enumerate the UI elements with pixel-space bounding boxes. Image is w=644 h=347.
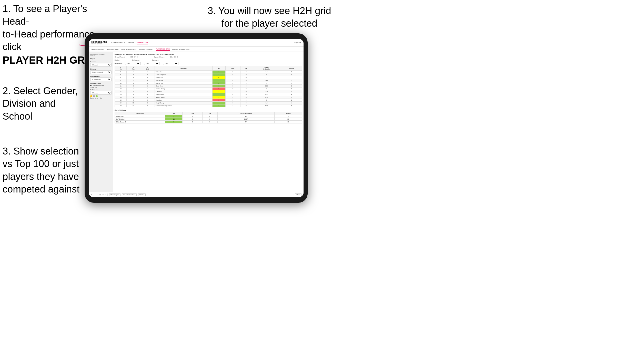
player-rank-select[interactable]: 8. Katelyn Vo <box>90 78 112 81</box>
sub-nav-team-h2h-grid[interactable]: TEAM H2H GRID <box>106 48 118 51</box>
cell-reg: 8 <box>127 93 140 96</box>
cell-win: 1 <box>212 93 225 96</box>
cell-win: 1 <box>212 79 225 82</box>
sidebar-division-section: Division NCAA Division III <box>90 68 112 74</box>
cell-tie: 0 <box>240 79 252 82</box>
radio-top100[interactable]: Top 100 <box>90 86 112 88</box>
ood-cell-name: Foreign Team <box>115 115 165 118</box>
col-div: #Div <box>115 66 127 71</box>
cell-win: 0 <box>212 76 225 79</box>
cell-rounds <box>281 76 302 79</box>
radio-opponents-played[interactable]: Opponents Played <box>90 85 112 86</box>
cell-conf: 3 <box>140 82 155 85</box>
cell-loss: 0 <box>225 79 240 82</box>
cell-tie: 0 <box>240 93 252 96</box>
opp-select[interactable]: (All) <box>163 62 178 65</box>
cell-loss: 2 <box>225 90 240 93</box>
toolbar-save-custom[interactable]: Save Custom View <box>122 193 136 196</box>
records-row: Overall Record: 353 - 34 - 6 Division Re… <box>115 56 302 58</box>
step2-line3: School <box>3 111 32 122</box>
cell-name: Stella Cheng <box>155 93 213 96</box>
division-record-label: Division Record: <box>154 56 165 58</box>
ood-col-loss: Loss <box>183 112 203 115</box>
toolbar-watch[interactable]: Watch ▾ <box>138 193 146 196</box>
toolbar-view-original[interactable]: View: Original <box>109 193 120 196</box>
cell-loss: 0 <box>225 88 240 90</box>
cell-name: Emily Chang <box>155 102 213 104</box>
opponent-view-label: Opponent view <box>90 83 112 84</box>
cell-rounds: 3 <box>281 73 302 76</box>
region-filter: Region <box>115 59 119 61</box>
toolbar-circle[interactable]: ○ <box>105 194 106 196</box>
cell-diff: 3.67 <box>252 79 281 82</box>
toolbar-forward[interactable]: → <box>97 194 98 196</box>
cell-div: 18 <box>115 99 127 102</box>
nav-committee[interactable]: COMMITTEE <box>137 41 148 44</box>
toolbar-share[interactable]: Share <box>295 193 301 196</box>
cell-name: Andrea York <box>155 82 213 85</box>
colour-dot-level <box>93 95 95 97</box>
cell-tie: 0 <box>240 71 252 73</box>
cell-div: 15 <box>115 93 127 96</box>
cell-rounds: 6 <box>281 104 302 107</box>
cell-conf: 1 <box>140 71 155 73</box>
toolbar-undo[interactable]: ↺ <box>91 194 92 196</box>
cell-name: Heejo Hyun <box>155 85 213 88</box>
nav-teams[interactable]: TEAMS <box>128 41 134 44</box>
sub-nav-team-summary[interactable]: TEAM SUMMARY <box>91 48 104 51</box>
player-rank-label: Player (Rank) <box>90 75 112 77</box>
out-of-division: Out of division Foreign Team Win Loss Ti… <box>115 109 302 123</box>
toolbar-refresh[interactable]: ↺ <box>102 194 104 196</box>
overall-record-value: 353 - 34 - 6 <box>130 56 138 58</box>
ood-col-win: Win <box>165 112 182 115</box>
step1-bold: PLAYER H2H GRID <box>3 54 95 66</box>
sub-nav-player-h2h-grid[interactable]: PLAYER H2H GRID <box>156 48 170 51</box>
conf-select[interactable]: (All) <box>144 62 159 65</box>
cell-rounds: 4 <box>281 71 302 73</box>
cell-loss: 0 <box>225 82 240 85</box>
cell-conf: 5 <box>140 85 155 88</box>
cell-loss: 0 <box>225 73 240 76</box>
cell-conf: 2 <box>140 99 155 102</box>
division-select[interactable]: NCAA Division III <box>90 70 112 74</box>
sub-nav-player-h2h-heatmap[interactable]: PLAYER H2H HEATMAP <box>172 48 189 51</box>
col-conf: #Conf <box>140 66 155 71</box>
cell-win: 1 <box>212 96 225 99</box>
ood-col-name: Foreign Team <box>115 112 165 115</box>
colour-by-select[interactable]: Win/loss <box>90 91 112 95</box>
cell-name: Jessica Huang <box>155 88 213 90</box>
cell-tie: 0 <box>240 99 252 102</box>
ood-cell-tie: 0 <box>202 121 217 123</box>
sidebar-gender-section: Gender Women's <box>90 61 112 67</box>
sub-nav-player-summary[interactable]: PLAYER SUMMARY <box>139 48 153 51</box>
table-row: 6 3 3 Sydney Kuo 0 1 0 -1 <box>115 76 302 79</box>
cell-diff: 4 <box>252 73 281 76</box>
ood-table: Foreign Team Win Loss Tie Diff Av Stroke… <box>115 112 302 123</box>
opponents-select[interactable]: (All) <box>125 62 140 65</box>
sub-nav-team-h2h-heatmap[interactable]: TEAM H2H HEATMAP <box>121 48 137 51</box>
opponents-filter-row: Opponents: (All) (All) (All) <box>115 62 302 65</box>
col-tie: Tie <box>240 66 252 71</box>
cell-rounds: 2 <box>281 88 302 90</box>
instruction-step2: 2. Select Gender, Division and School <box>3 85 78 123</box>
toolbar-grid[interactable]: ⊞ <box>99 194 101 196</box>
cell-div: 13 <box>115 88 127 90</box>
col-reg: #Reg <box>127 66 140 71</box>
step3-bottom-line2: vs Top 100 or just <box>3 158 79 169</box>
opponent-filter: Opponent <box>152 59 158 61</box>
nav-sign-out[interactable]: Sign out <box>294 42 301 44</box>
cell-win: 2 <box>212 90 225 93</box>
cell-loss: 1 <box>225 99 240 102</box>
cell-tie: 0 <box>240 73 252 76</box>
cell-reg: 11 <box>127 104 140 107</box>
toolbar-back[interactable]: ← <box>94 194 95 196</box>
cell-rounds: 4 <box>281 93 302 96</box>
cell-diff: 4 <box>252 82 281 85</box>
gender-select[interactable]: Women's <box>90 63 112 67</box>
nav-tournaments[interactable]: TOURNAMENTS <box>111 41 125 44</box>
cell-tie: 0 <box>240 85 252 88</box>
cell-conf: 7 <box>140 104 155 107</box>
list-item: NAIA Division 1 15 0 0 9.267 30 <box>115 118 302 121</box>
sidebar-timestamp: Last Updated: 27/03/2024 16:55:38 <box>90 53 112 56</box>
cell-conf: 1 <box>140 88 155 90</box>
